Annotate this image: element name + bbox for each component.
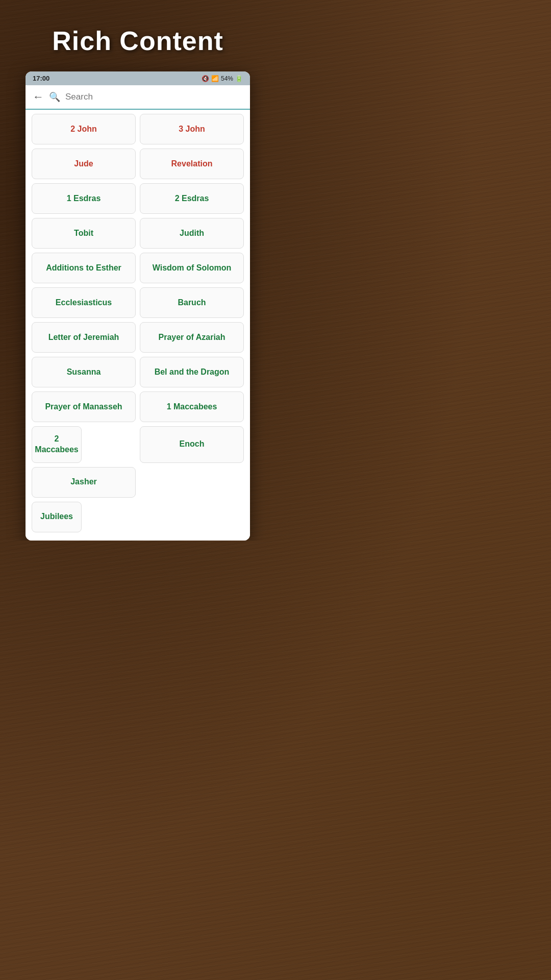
book-btn-1-maccabees[interactable]: 1 Maccabees [140, 391, 244, 422]
book-btn-additions-to-esther[interactable]: Additions to Esther [32, 253, 136, 283]
page-container: Rich Content 17:00 🔇 📶 54% 🔋 ← 🔍 2 John3… [0, 0, 276, 541]
book-btn-1-esdras[interactable]: 1 Esdras [32, 183, 136, 214]
book-btn-enoch[interactable]: Enoch [140, 426, 244, 463]
signal-icon: 📶 [211, 75, 219, 82]
battery-icon: 🔋 [235, 75, 243, 82]
book-btn-ecclesiasticus[interactable]: Ecclesiasticus [32, 287, 136, 318]
status-time: 17:00 [33, 75, 49, 82]
book-btn-2-esdras[interactable]: 2 Esdras [140, 183, 244, 214]
book-btn-bel-and-the-dragon[interactable]: Bel and the Dragon [140, 357, 244, 387]
book-btn-jude[interactable]: Jude [32, 149, 136, 179]
search-icon: 🔍 [49, 91, 60, 103]
book-btn-2-maccabees[interactable]: 2 Maccabees [32, 426, 82, 463]
book-btn-baruch[interactable]: Baruch [140, 287, 244, 318]
book-btn-jubilees[interactable]: Jubilees [32, 502, 82, 532]
mute-icon: 🔇 [202, 75, 209, 82]
hero-title: Rich Content [0, 0, 276, 66]
search-input[interactable] [65, 92, 243, 102]
book-btn-tobit[interactable]: Tobit [32, 218, 136, 249]
search-bar: ← 🔍 [26, 85, 250, 110]
book-btn-prayer-of-manasseh[interactable]: Prayer of Manasseh [32, 391, 136, 422]
book-btn-prayer-of-azariah[interactable]: Prayer of Azariah [140, 322, 244, 353]
back-button[interactable]: ← [33, 90, 44, 104]
book-btn-letter-of-jeremiah[interactable]: Letter of Jeremiah [32, 322, 136, 353]
book-btn-revelation[interactable]: Revelation [140, 149, 244, 179]
book-btn-judith[interactable]: Judith [140, 218, 244, 249]
status-bar: 17:00 🔇 📶 54% 🔋 [26, 71, 250, 85]
phone-frame: 17:00 🔇 📶 54% 🔋 ← 🔍 2 John3 JohnJudeReve… [26, 71, 250, 541]
battery-level: 54% [221, 75, 233, 82]
book-grid: 2 John3 JohnJudeRevelation1 Esdras2 Esdr… [26, 110, 250, 541]
book-btn-3-john[interactable]: 3 John [140, 114, 244, 144]
book-btn-jasher[interactable]: Jasher [32, 467, 136, 498]
book-btn-wisdom-of-solomon[interactable]: Wisdom of Solomon [140, 253, 244, 283]
status-right: 🔇 📶 54% 🔋 [202, 75, 243, 82]
book-btn-susanna[interactable]: Susanna [32, 357, 136, 387]
book-btn-2-john[interactable]: 2 John [32, 114, 136, 144]
